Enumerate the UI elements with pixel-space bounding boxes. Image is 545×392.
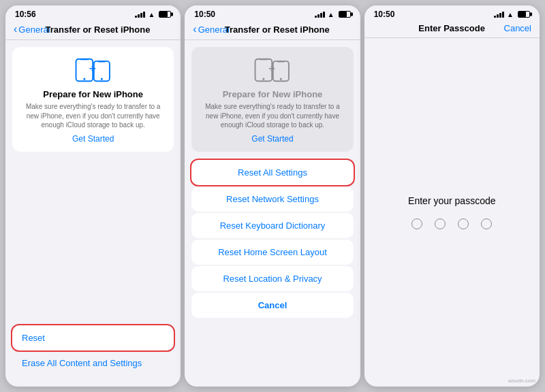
prepare-icon-1 — [75, 55, 112, 85]
reset-label-1: Reset — [22, 333, 45, 343]
reset-all-settings[interactable]: Reset All Settings — [191, 160, 353, 185]
passcode-dots — [411, 218, 492, 229]
reset-network-settings[interactable]: Reset Network Settings — [191, 186, 353, 212]
passcode-label: Enter your passcode — [408, 195, 495, 206]
prepare-desc-2: Make sure everything's ready to transfer… — [198, 102, 346, 130]
chevron-icon: ‹ — [14, 23, 17, 35]
status-bar-1: 10:56 ▲ — [5, 5, 181, 20]
reset-list-2: Reset All Settings Reset Network Setting… — [191, 160, 353, 318]
chevron-icon-2: ‹ — [193, 23, 196, 35]
bottom-section-1: Reset Erase All Content and Settings — [12, 325, 174, 376]
svg-rect-0 — [76, 59, 93, 81]
status-icons-2: ▲ — [315, 11, 351, 18]
battery-icon-2 — [339, 11, 351, 18]
svg-rect-1 — [80, 59, 88, 61]
status-bar-3: 10:50 ▲ — [364, 5, 540, 20]
signal-icon-3 — [494, 11, 504, 18]
watermark: wsxdn.com — [508, 378, 535, 384]
screen3-content: Enter your passcode — [364, 38, 540, 387]
prepare-card-2: Prepare for New iPhone Make sure everyth… — [191, 47, 353, 152]
screen-1: 10:56 ▲ ‹ General Transfer or Reset — [5, 5, 181, 387]
cancel-button-3[interactable]: Cancel — [504, 23, 531, 33]
prepare-icon-2 — [254, 55, 291, 85]
signal-icon-2 — [315, 11, 325, 18]
nav-title-3: Enter Passcode — [400, 23, 504, 33]
reset-keyboard-label: Reset Keyboard Dictionary — [220, 220, 326, 231]
nav-bar-1: ‹ General Transfer or Reset iPhone — [5, 20, 181, 40]
reset-keyboard-dictionary[interactable]: Reset Keyboard Dictionary — [191, 213, 353, 238]
passcode-dot-2 — [435, 218, 446, 229]
reset-home-screen-layout[interactable]: Reset Home Screen Layout — [191, 240, 353, 265]
battery-icon-3 — [518, 11, 530, 18]
svg-rect-4 — [98, 61, 106, 63]
wifi-icon-3: ▲ — [507, 11, 514, 18]
passcode-dot-3 — [458, 218, 469, 229]
screen-3: 10:50 ▲ Enter Passcode Cancel — [364, 5, 540, 387]
status-bar-2: 10:50 ▲ — [185, 5, 360, 20]
cancel-button-2[interactable]: Cancel — [191, 293, 353, 318]
erase-button-1[interactable]: Erase All Content and Settings — [12, 350, 174, 376]
svg-rect-8 — [260, 59, 268, 61]
nav-title-2: Transfer or Reset iPhone — [202, 24, 352, 35]
svg-point-5 — [100, 78, 102, 80]
passcode-dot-4 — [481, 218, 492, 229]
prepare-title-2: Prepare for New iPhone — [223, 89, 323, 99]
prepare-title-1: Prepare for New iPhone — [43, 89, 143, 99]
get-started-1[interactable]: Get Started — [72, 134, 114, 144]
prepare-desc-1: Make sure everything's ready to transfer… — [19, 102, 167, 130]
screen-2: 10:50 ▲ ‹ General Transfer or Reset — [185, 5, 360, 387]
reset-network-label: Reset Network Settings — [226, 194, 319, 204]
nav-title-1: Transfer or Reset iPhone — [23, 24, 173, 35]
time-2: 10:50 — [194, 10, 215, 19]
prepare-card-1: Prepare for New iPhone Make sure everyth… — [12, 47, 174, 152]
erase-label-1: Erase All Content and Settings — [22, 358, 142, 368]
status-icons-1: ▲ — [135, 11, 171, 18]
reset-location-label: Reset Location & Privacy — [223, 274, 322, 284]
svg-point-9 — [262, 78, 264, 80]
cancel-label-2: Cancel — [258, 300, 287, 310]
battery-icon — [159, 11, 171, 18]
time-3: 10:50 — [374, 10, 395, 19]
reset-button-1[interactable]: Reset — [12, 325, 174, 350]
wifi-icon-2: ▲ — [328, 11, 334, 18]
wifi-icon: ▲ — [148, 11, 155, 18]
reset-location-privacy[interactable]: Reset Location & Privacy — [191, 266, 353, 291]
signal-icon — [135, 11, 145, 18]
reset-home-label: Reset Home Screen Layout — [218, 247, 327, 257]
svg-rect-11 — [277, 61, 285, 63]
reset-all-label: Reset All Settings — [238, 167, 307, 178]
screen2-content: Prepare for New iPhone Make sure everyth… — [185, 40, 360, 387]
time-1: 10:56 — [15, 10, 36, 19]
svg-rect-7 — [255, 59, 272, 81]
passcode-dot-1 — [411, 218, 422, 229]
svg-point-2 — [83, 78, 85, 80]
nav-bar-2: ‹ General Transfer or Reset iPhone — [185, 20, 360, 40]
nav-bar-3: Enter Passcode Cancel — [364, 20, 540, 38]
get-started-2[interactable]: Get Started — [251, 134, 293, 144]
status-icons-3: ▲ — [494, 11, 530, 18]
svg-point-12 — [280, 78, 282, 80]
